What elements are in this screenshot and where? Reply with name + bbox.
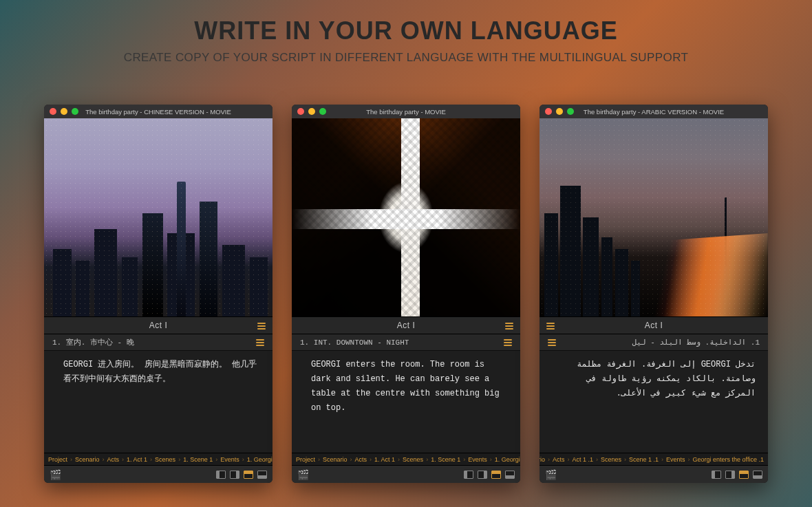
layout-bottom-panel-button[interactable] (257, 471, 267, 479)
breadcrumb-bar[interactable]: Project› Scenario› Acts› 1. Act 1› Scene… (292, 453, 520, 465)
chevron-right-icon: › (103, 456, 105, 463)
chevron-right-icon: › (70, 456, 72, 463)
traffic-lights (545, 108, 574, 115)
scene-heading-row[interactable]: 1. INT. DOWNTOWN - NIGHT (292, 334, 520, 351)
window-close-button[interactable] (50, 108, 56, 115)
layout-top-panel-button[interactable] (739, 471, 749, 479)
scene-heading: 1. 室内. 市中心 - 晚 (52, 337, 256, 347)
crumb[interactable]: 1. Act 1 (572, 456, 593, 463)
crumb[interactable]: Scenes (155, 456, 175, 463)
crumb[interactable]: Acts (355, 456, 367, 463)
app-window-english: The birthday party - MOVIE Act I 1. INT.… (292, 105, 520, 483)
layout-top-panel-button[interactable] (244, 471, 253, 479)
chevron-right-icon: › (490, 456, 492, 463)
chevron-left-icon: ‹ (567, 456, 569, 463)
crumb[interactable]: Scenario (323, 456, 348, 463)
layout-top-panel-button[interactable] (491, 471, 501, 479)
window-minimize-button[interactable] (308, 108, 315, 115)
titlebar[interactable]: The birthday party - ARABIC VERSION - MO… (539, 105, 768, 118)
crumb[interactable]: 1. Scene 1 (431, 456, 460, 463)
window-close-button[interactable] (545, 108, 552, 115)
chevron-left-icon: ‹ (661, 456, 663, 463)
chevron-right-icon: › (350, 456, 352, 463)
act-label: Act I (397, 321, 416, 330)
chevron-right-icon: › (463, 456, 465, 463)
titlebar[interactable]: The birthday party - CHINESE VERSION - M… (44, 105, 273, 118)
layout-bottom-panel-button[interactable] (505, 471, 515, 479)
chevron-right-icon: › (215, 456, 217, 463)
chevron-right-icon: › (318, 456, 320, 463)
scene-heading: 1. INT. DOWNTOWN - NIGHT (300, 338, 504, 347)
breadcrumb-bar[interactable]: 1. Georgi enters the office‹ Events‹ 1. … (539, 453, 768, 465)
crumb[interactable]: 1. Act 1 (127, 456, 147, 463)
layout-left-panel-button[interactable] (464, 471, 473, 479)
scene-heading-row[interactable]: 1. الداخلية. وسط البلد - ليل (539, 334, 768, 351)
list-icon[interactable] (548, 338, 556, 347)
act-bar: Act I (292, 316, 520, 334)
crumb[interactable]: Project (48, 456, 67, 463)
window-maximize-button[interactable] (72, 108, 78, 115)
script-body[interactable]: GEORGI 进入房间。 房间是黑暗而寂静的。 他几乎看不到中间有大东西的桌子。 (44, 351, 273, 453)
layout-right-panel-button[interactable] (230, 471, 239, 479)
crumb[interactable]: Events (666, 456, 685, 463)
clapperboard-icon[interactable]: 🎬 (297, 469, 309, 480)
layout-switcher (216, 471, 267, 479)
bottom-toolbar: 🎬 (539, 465, 768, 483)
layout-left-panel-button[interactable] (216, 471, 226, 479)
crumb[interactable]: 1. Georgi enters the office (693, 456, 764, 463)
chevron-right-icon: › (370, 456, 372, 463)
window-maximize-button[interactable] (567, 108, 574, 115)
chevron-right-icon: › (122, 456, 124, 463)
crumb[interactable]: Scenario (539, 456, 545, 463)
layout-bottom-panel-button[interactable] (753, 471, 762, 479)
list-icon[interactable] (546, 321, 555, 331)
crumb[interactable]: 1. Scene 1 (629, 456, 659, 463)
chevron-right-icon: › (398, 456, 400, 463)
traffic-lights (297, 108, 326, 115)
crumb[interactable]: Acts (553, 456, 565, 463)
script-body[interactable]: GEORGI enters the room. The room is dark… (292, 351, 520, 453)
scene-heading-row[interactable]: 1. 室内. 市中心 - 晚 (44, 334, 273, 351)
act-label: Act I (149, 321, 168, 330)
breadcrumb-bar[interactable]: Project› Scenario› Acts› 1. Act 1› Scene… (44, 453, 273, 465)
crumb[interactable]: 1. Scene 1 (183, 456, 213, 463)
layout-left-panel-button[interactable] (712, 471, 721, 479)
layout-right-panel-button[interactable] (725, 471, 735, 479)
bottom-toolbar: 🎬 (292, 465, 520, 483)
clapperboard-icon[interactable]: 🎬 (545, 469, 557, 480)
crumb[interactable]: 1. Georgi enters the office (495, 456, 520, 463)
chevron-right-icon: › (426, 456, 428, 463)
act-bar: Act I (539, 316, 768, 334)
crumb[interactable]: Events (220, 456, 239, 463)
list-icon[interactable] (257, 321, 266, 331)
crumb[interactable]: Scenes (403, 456, 423, 463)
crumb[interactable]: Project (296, 456, 315, 463)
scene-image (292, 118, 520, 316)
list-icon[interactable] (504, 338, 512, 347)
clapperboard-icon[interactable]: 🎬 (50, 469, 61, 480)
chevron-left-icon: ‹ (624, 456, 626, 463)
chevron-right-icon: › (150, 456, 152, 463)
layout-right-panel-button[interactable] (478, 471, 487, 479)
window-minimize-button[interactable] (61, 108, 67, 115)
scene-image (539, 118, 768, 316)
window-minimize-button[interactable] (556, 108, 563, 115)
crumb[interactable]: Events (468, 456, 487, 463)
window-maximize-button[interactable] (319, 108, 326, 115)
crumb[interactable]: Acts (107, 456, 120, 463)
list-icon[interactable] (256, 338, 264, 347)
layout-switcher (464, 471, 515, 479)
chevron-left-icon: ‹ (548, 456, 550, 463)
script-body[interactable]: تدخل GEORGI إلى الغرفة. الغرفة مظلمة وصا… (539, 351, 768, 453)
crumb[interactable]: Scenes (601, 456, 621, 463)
act-bar: Act I (44, 316, 273, 334)
traffic-lights (50, 108, 78, 115)
crumb[interactable]: 1. Georgi enters the office (247, 456, 273, 463)
scene-image (44, 118, 273, 316)
list-icon[interactable] (505, 321, 513, 331)
window-close-button[interactable] (297, 108, 304, 115)
layout-switcher (712, 471, 762, 479)
titlebar[interactable]: The birthday party - MOVIE (292, 105, 520, 118)
crumb[interactable]: 1. Act 1 (374, 456, 395, 463)
crumb[interactable]: Scenario (75, 456, 100, 463)
